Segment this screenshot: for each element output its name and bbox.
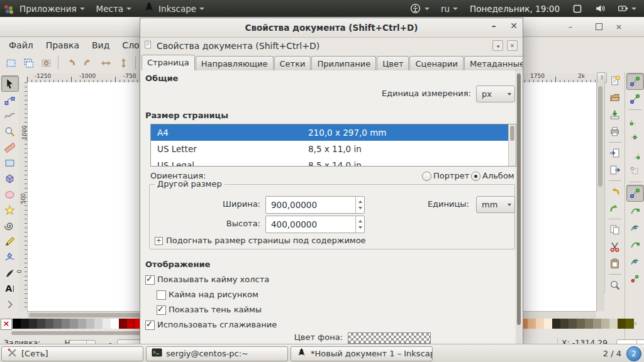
flip-horizontal-icon[interactable] bbox=[97, 55, 114, 71]
snap-enabled-icon[interactable] bbox=[626, 73, 644, 90]
pencil-tool[interactable] bbox=[2, 234, 18, 249]
window-close-button[interactable]: × bbox=[613, 21, 625, 32]
dialog-close-button[interactable]: ✕ bbox=[508, 21, 520, 33]
copy-icon[interactable] bbox=[607, 222, 623, 238]
battery-indicator[interactable] bbox=[611, 0, 644, 17]
palette-swatch[interactable] bbox=[618, 319, 626, 329]
tab-Направляющие[interactable]: Направляющие bbox=[196, 56, 274, 70]
tab-Цвет[interactable]: Цвет bbox=[377, 56, 409, 70]
accessibility-menu[interactable] bbox=[404, 0, 435, 17]
zoom-tool[interactable] bbox=[2, 124, 18, 139]
dialog-minimize-button[interactable]: – bbox=[487, 21, 500, 33]
window-maximize-button[interactable] bbox=[593, 21, 604, 32]
palette-swatch[interactable] bbox=[45, 319, 53, 329]
clock[interactable]: Понедельник, 19:00 bbox=[464, 4, 566, 14]
new-document-icon[interactable] bbox=[607, 73, 623, 89]
node-editor-tool[interactable] bbox=[2, 92, 18, 107]
distro-menu-icon[interactable] bbox=[4, 4, 14, 14]
height-input[interactable]: 400,00000 bbox=[265, 216, 365, 233]
palette-swatch[interactable] bbox=[70, 319, 78, 329]
tab-Сценарии[interactable]: Сценарии bbox=[409, 56, 464, 70]
save-icon[interactable] bbox=[607, 107, 623, 123]
spin-buttons[interactable] bbox=[355, 197, 364, 213]
scrollbar-thumb[interactable] bbox=[598, 86, 602, 187]
snap-bounding-box-icon[interactable] bbox=[627, 91, 643, 107]
star-tool[interactable] bbox=[2, 202, 18, 217]
paste-icon[interactable] bbox=[607, 256, 623, 272]
page-size-row[interactable]: US Legal8,5 x 14,0 in bbox=[151, 157, 516, 167]
snap-bbox-edges-icon[interactable] bbox=[627, 112, 643, 128]
applications-menu[interactable]: Приложения bbox=[14, 0, 91, 17]
snap-nodes-icon[interactable] bbox=[626, 185, 644, 202]
palette-swatch[interactable] bbox=[585, 319, 593, 329]
rectangle-tool[interactable] bbox=[2, 155, 18, 170]
scrollbar-thumb[interactable] bbox=[510, 126, 514, 141]
page-size-list[interactable]: A4210,0 x 297,0 mmUS Letter8,5 x 11,0 in… bbox=[150, 124, 516, 167]
snap-paths-icon[interactable] bbox=[627, 203, 643, 219]
palette-swatch[interactable] bbox=[577, 319, 585, 329]
workspace-indicator[interactable]: 2 / 4 bbox=[603, 349, 626, 358]
dialog-scrollbar[interactable] bbox=[516, 70, 521, 344]
calligraphy-tool[interactable] bbox=[2, 265, 18, 280]
palette-swatch[interactable] bbox=[21, 319, 29, 329]
tab-Прилипание[interactable]: Прилипание bbox=[311, 56, 376, 70]
snap-bbox-centers-icon[interactable] bbox=[627, 163, 643, 179]
checkbox-2[interactable] bbox=[157, 290, 166, 300]
dialog-titlebar[interactable]: Свойства документа (Shift+Ctrl+D) – ✕ bbox=[140, 18, 523, 38]
snap-smooth-nodes-icon[interactable] bbox=[627, 254, 643, 270]
palette-swatch[interactable] bbox=[94, 319, 103, 329]
import-icon[interactable] bbox=[607, 145, 623, 161]
palette-swatch[interactable] bbox=[53, 319, 62, 329]
deselect-icon[interactable] bbox=[38, 55, 54, 71]
palette-swatch[interactable] bbox=[119, 319, 127, 329]
menu-Файл[interactable]: Файл bbox=[3, 40, 40, 50]
snap-cusp-nodes-icon[interactable] bbox=[627, 237, 643, 253]
panel-close-icon[interactable]: ✕ bbox=[507, 40, 518, 51]
checkbox-4[interactable] bbox=[145, 321, 155, 330]
palette-swatch[interactable] bbox=[103, 319, 111, 329]
palette-swatch[interactable] bbox=[13, 319, 21, 329]
cut-icon[interactable] bbox=[607, 239, 623, 255]
palette-swatch[interactable] bbox=[593, 319, 601, 329]
places-menu[interactable]: Места bbox=[91, 0, 138, 17]
palette-swatch[interactable] bbox=[78, 319, 86, 329]
palette-swatch[interactable] bbox=[37, 319, 45, 329]
background-color-swatch[interactable] bbox=[348, 332, 431, 344]
snap-bbox-corners-icon[interactable] bbox=[627, 129, 643, 145]
snap-midpoints-icon[interactable] bbox=[627, 271, 643, 287]
menu-Вид[interactable]: Вид bbox=[86, 40, 116, 50]
list-scrollbar[interactable] bbox=[508, 124, 516, 166]
workspace-switcher-badge[interactable]: 2 bbox=[626, 346, 641, 361]
vertical-scrollbar[interactable] bbox=[596, 82, 604, 311]
spin-buttons[interactable] bbox=[355, 216, 364, 233]
spiral-tool[interactable] bbox=[2, 218, 18, 233]
menu-Правка[interactable]: Правка bbox=[40, 40, 86, 50]
export-icon[interactable] bbox=[607, 162, 623, 178]
palette-swatch[interactable] bbox=[62, 319, 70, 329]
zoom-drawing-icon[interactable] bbox=[607, 277, 623, 293]
undo-icon[interactable] bbox=[607, 184, 623, 199]
bezier-pen-tool[interactable] bbox=[2, 250, 18, 265]
rotate-ccw-icon[interactable] bbox=[62, 55, 79, 71]
palette-swatch[interactable] bbox=[552, 319, 560, 329]
volume-indicator[interactable] bbox=[589, 0, 611, 17]
text-tool[interactable]: A bbox=[2, 281, 18, 296]
scrollbar-thumb[interactable] bbox=[517, 74, 521, 325]
tab-Сетки[interactable]: Сетки bbox=[274, 56, 311, 70]
page-size-row[interactable]: US Letter8,5 x 11,0 in bbox=[151, 141, 516, 157]
palette-swatch[interactable] bbox=[626, 319, 634, 329]
palette-swatch[interactable] bbox=[544, 319, 552, 329]
print-icon[interactable] bbox=[607, 124, 623, 140]
taskbar-item-1[interactable]: [Сеть] bbox=[1, 346, 143, 361]
snap-path-intersections-icon[interactable] bbox=[627, 220, 643, 236]
vertical-ruler[interactable]: 10005000 bbox=[19, 82, 28, 311]
checkbox-1[interactable] bbox=[145, 275, 155, 285]
tab-Метаданные[interactable]: Метаданные bbox=[464, 56, 523, 70]
palette-swatch[interactable] bbox=[560, 319, 569, 329]
panel-collapse-icon[interactable]: ◂ bbox=[492, 40, 503, 51]
inkscape-app-menu[interactable]: Inkscape bbox=[137, 0, 210, 17]
palette-swatch[interactable] bbox=[528, 319, 536, 329]
portrait-radio[interactable] bbox=[422, 172, 431, 181]
more-chevron-tool[interactable] bbox=[2, 297, 18, 312]
open-icon[interactable] bbox=[607, 90, 623, 106]
